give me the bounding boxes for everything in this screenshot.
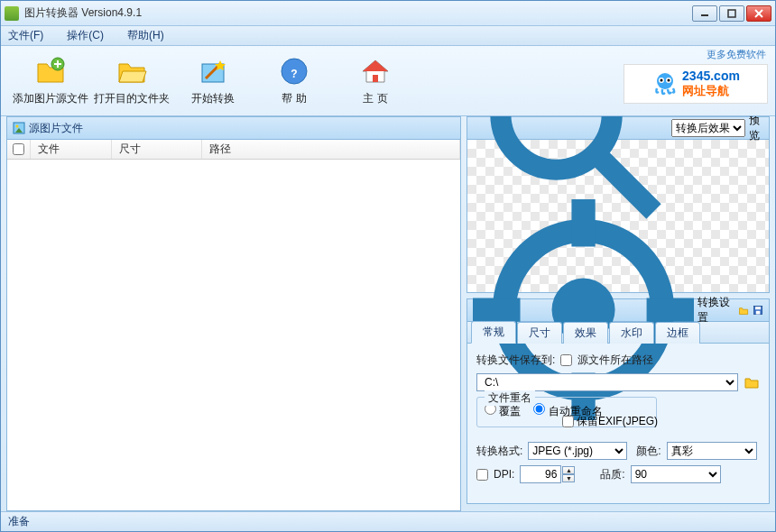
tab-general[interactable]: 常规 xyxy=(471,321,516,344)
tab-size[interactable]: 尺寸 xyxy=(517,322,562,344)
settings-title: 转换设置 xyxy=(697,295,731,326)
toolbar: 添加图片源文件 打开目的文件夹 开始转换 ? 帮 助 主 页 更多免费软件 23… xyxy=(1,46,775,116)
keep-exif-checkbox[interactable] xyxy=(562,416,574,427)
source-panel-title: 源图片文件 xyxy=(29,121,83,136)
folder-open-icon xyxy=(115,55,148,87)
status-text: 准备 xyxy=(8,514,30,529)
col-size[interactable]: 尺寸 xyxy=(112,140,202,159)
titlebar: 图片转换器 Version4.9.1 xyxy=(1,1,775,26)
dpi-spinner[interactable]: ▲▼ xyxy=(520,465,575,483)
svg-rect-14 xyxy=(373,75,378,82)
home-button[interactable]: 主 页 xyxy=(335,50,416,112)
dpi-input[interactable] xyxy=(520,465,561,483)
svg-marker-13 xyxy=(363,60,388,71)
minimize-button[interactable] xyxy=(692,5,717,22)
help-label: 帮 助 xyxy=(282,91,306,106)
tab-border[interactable]: 边框 xyxy=(655,322,700,344)
quality-label: 品质: xyxy=(600,467,624,482)
col-path[interactable]: 路径 xyxy=(202,140,460,159)
col-file[interactable]: 文件 xyxy=(31,140,112,159)
settings-header: 转换设置 xyxy=(467,298,770,322)
window-controls xyxy=(692,5,771,22)
rename-group-title: 文件重名 xyxy=(485,390,535,406)
logo-domain: 2345.com xyxy=(682,69,740,83)
svg-point-21 xyxy=(16,125,19,128)
home-label: 主 页 xyxy=(363,91,387,106)
color-select[interactable]: 真彩 xyxy=(667,442,757,460)
select-all-checkbox[interactable] xyxy=(13,143,24,155)
preview-header: 转换后效果 预览 xyxy=(467,116,770,140)
svg-point-19 xyxy=(668,79,670,82)
maximize-button[interactable] xyxy=(719,5,744,22)
menu-help[interactable]: 帮助(H) xyxy=(127,28,164,43)
svg-point-18 xyxy=(661,79,663,82)
color-label: 颜色: xyxy=(636,444,661,459)
open-dest-label: 打开目的文件夹 xyxy=(94,91,170,106)
file-list: 文件 尺寸 路径 xyxy=(6,140,461,511)
statusbar: 准备 xyxy=(1,511,775,531)
preview-label: 预览 xyxy=(749,113,763,143)
open-dest-button[interactable]: 打开目的文件夹 xyxy=(91,50,172,112)
open-settings-icon[interactable] xyxy=(738,303,749,317)
menu-file[interactable]: 文件(F) xyxy=(8,28,43,43)
svg-text:?: ? xyxy=(291,68,297,80)
preview-mode-select[interactable]: 转换后效果 xyxy=(671,119,745,137)
home-icon xyxy=(359,55,392,87)
more-software-link[interactable]: 更多免费软件 xyxy=(707,48,766,61)
add-source-label: 添加图片源文件 xyxy=(13,91,88,106)
save-settings-icon[interactable] xyxy=(753,303,763,317)
wand-icon xyxy=(197,55,229,87)
menu-operate[interactable]: 操作(C) xyxy=(67,28,104,43)
help-icon: ? xyxy=(278,55,310,87)
dpi-label: DPI: xyxy=(494,468,514,481)
browse-folder-icon[interactable] xyxy=(744,374,760,390)
tab-effect[interactable]: 效果 xyxy=(563,322,608,344)
help-button[interactable]: ? 帮 助 xyxy=(254,50,335,112)
source-panel-header: 源图片文件 xyxy=(6,116,461,140)
start-convert-button[interactable]: 开始转换 xyxy=(172,50,254,112)
content-area: 源图片文件 文件 尺寸 路径 转换后效果 预览 xyxy=(1,116,775,511)
save-path-input[interactable]: C:\ xyxy=(476,373,738,391)
col-check xyxy=(7,140,31,159)
octopus-icon xyxy=(651,70,679,97)
save-to-label: 转换文件保存到: xyxy=(476,353,555,368)
same-path-label: 源文件所在路径 xyxy=(577,353,653,368)
image-icon xyxy=(13,122,25,134)
svg-rect-1 xyxy=(728,10,735,17)
dpi-down-icon[interactable]: ▼ xyxy=(562,474,575,482)
tab-watermark[interactable]: 水印 xyxy=(609,322,654,344)
folder-plus-icon xyxy=(34,55,67,87)
dpi-checkbox[interactable] xyxy=(476,469,488,481)
quality-select[interactable]: 90 xyxy=(631,465,721,483)
add-source-button[interactable]: 添加图片源文件 xyxy=(10,50,91,112)
window-title: 图片转换器 Version4.9.1 xyxy=(24,5,142,21)
svg-rect-33 xyxy=(756,311,761,315)
settings-body: 转换文件保存到: 源文件所在路径 C:\ 文件重名 覆盖 自动重命名 xyxy=(467,344,770,504)
file-list-header: 文件 尺寸 路径 xyxy=(7,140,460,160)
format-select[interactable]: JPEG (*.jpg) xyxy=(528,442,627,460)
dpi-up-icon[interactable]: ▲ xyxy=(562,466,575,474)
source-panel: 源图片文件 文件 尺寸 路径 xyxy=(6,116,461,511)
app-window: 图片转换器 Version4.9.1 文件(F) 操作(C) 帮助(H) 添加图… xyxy=(0,0,776,532)
svg-rect-32 xyxy=(755,307,761,309)
app-icon xyxy=(5,6,19,21)
keep-exif-label: 保留EXIF(JPEG) xyxy=(577,414,658,429)
logo-tagline: 网址导航 xyxy=(682,83,740,99)
close-button[interactable] xyxy=(746,5,771,22)
right-panel: 转换后效果 预览 转换设置 常规 尺寸 效果 水印 xyxy=(467,116,770,511)
same-path-checkbox[interactable] xyxy=(560,354,572,366)
logo-banner[interactable]: 2345.com 网址导航 xyxy=(624,64,768,104)
start-convert-label: 开始转换 xyxy=(191,91,235,106)
format-label: 转换格式: xyxy=(476,444,522,459)
